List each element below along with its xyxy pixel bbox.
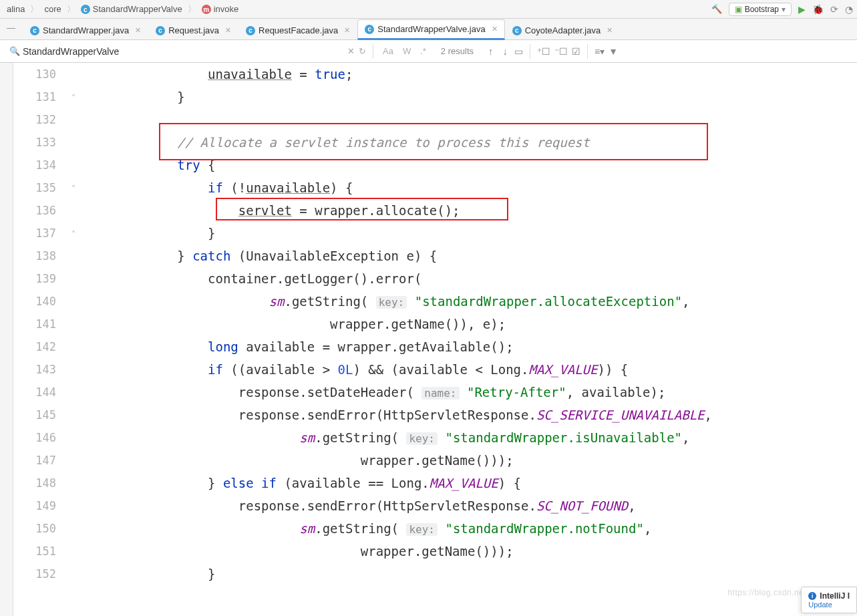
line-number: 134	[13, 154, 67, 176]
class-icon: c	[156, 26, 165, 35]
breadcrumb-item[interactable]: core	[41, 3, 63, 15]
close-icon[interactable]: ✕	[135, 26, 141, 35]
line-number: 150	[13, 517, 67, 540]
regex-toggle[interactable]: .*	[417, 45, 429, 57]
line-number: 140	[13, 290, 67, 313]
collapse-icon[interactable]: —	[7, 23, 15, 33]
coverage-icon[interactable]: ⟳	[830, 4, 838, 15]
profile-icon[interactable]: ◔	[845, 4, 853, 15]
tab-standardwrapper[interactable]: cStandardWrapper.java✕	[23, 21, 148, 39]
class-icon: c	[512, 26, 522, 35]
breadcrumb: alina 〉 core 〉 cStandardWrapperValve 〉 m…	[4, 3, 241, 16]
class-icon: c	[81, 5, 90, 14]
line-number: 151	[13, 540, 67, 563]
chevron-right-icon: 〉	[188, 3, 196, 15]
line-number: 131	[13, 86, 67, 108]
clear-icon[interactable]: ✕	[347, 46, 355, 56]
filter-icon[interactable]: ≡▾	[594, 46, 605, 57]
close-icon[interactable]: ✕	[225, 26, 231, 35]
breadcrumb-item[interactable]: minvoke	[199, 3, 242, 16]
close-icon[interactable]: ✕	[607, 26, 613, 35]
class-icon: c	[246, 26, 255, 35]
line-number: 132	[13, 108, 67, 131]
line-number: 148	[13, 472, 67, 494]
next-match-icon[interactable]: ↓	[500, 45, 511, 57]
line-number: 144	[13, 381, 67, 404]
run-config-label: Bootstrap	[745, 5, 779, 14]
tab-request[interactable]: cRequest.java✕	[148, 21, 238, 39]
info-icon: i	[808, 592, 816, 600]
add-selection-icon[interactable]: ⁺☐	[537, 46, 550, 57]
find-bar: 🔍 ✕ ↻ Aa W .* 2 results ↑ ↓ ▭ ⁺☐ ⁻☐ ☑ ≡▾…	[0, 40, 857, 63]
line-number: 136	[13, 199, 67, 222]
code-editor[interactable]: 130 unavailable = true; 131⌃ } 132 133 /…	[13, 63, 857, 616]
structure-sidebar[interactable]: xcep mpl ter Stre utSt pal r er ndle ner…	[0, 63, 13, 616]
remove-selection-icon[interactable]: ⁻☐	[554, 46, 568, 57]
method-icon: m	[202, 5, 211, 14]
line-number: 135	[13, 176, 67, 199]
line-number: 133	[13, 131, 67, 154]
debug-icon[interactable]: 🐞	[812, 4, 824, 15]
line-number: 146	[13, 426, 67, 449]
chevron-down-icon: ▾	[782, 5, 786, 14]
history-icon[interactable]: ↻	[359, 46, 366, 56]
line-number: 147	[13, 449, 67, 472]
line-number: 138	[13, 245, 67, 267]
param-hint: key:	[406, 432, 438, 445]
chevron-right-icon: 〉	[30, 3, 39, 15]
close-icon[interactable]: ✕	[492, 25, 498, 33]
fold-marker-icon[interactable]: ⌃	[67, 86, 80, 108]
class-icon: c	[365, 25, 374, 34]
line-number: 143	[13, 358, 67, 381]
fold-marker-icon[interactable]: ⌃	[67, 222, 80, 245]
line-number: 152	[13, 563, 67, 585]
search-input[interactable]	[23, 46, 343, 57]
fold-marker-icon[interactable]: ⌃	[67, 176, 80, 199]
tab-standardwrappervalve[interactable]: cStandardWrapperValve.java✕	[357, 19, 504, 40]
select-all-icon[interactable]: ▭	[514, 46, 523, 57]
tab-coyoteadapter[interactable]: cCoyoteAdapter.java✕	[505, 21, 620, 39]
line-number: 130	[13, 63, 67, 86]
param-hint: key:	[406, 523, 438, 536]
results-count: 2 results	[441, 46, 474, 56]
param-hint: name:	[421, 387, 459, 400]
build-icon[interactable]: 🔨	[711, 4, 722, 14]
prev-match-icon[interactable]: ↑	[486, 45, 496, 57]
whole-words-toggle[interactable]: W	[400, 45, 413, 57]
update-link[interactable]: Update	[808, 601, 850, 609]
app-icon: ▣	[735, 5, 742, 14]
line-number: 139	[13, 267, 67, 290]
editor-tabs: cStandardWrapper.java✕ cRequest.java✕ cR…	[0, 19, 857, 40]
run-config-selector[interactable]: ▣ Bootstrap ▾	[729, 3, 792, 16]
line-number: 149	[13, 494, 67, 517]
funnel-icon[interactable]: ▼	[609, 46, 618, 57]
param-hint: key:	[376, 296, 407, 309]
class-icon: c	[30, 26, 39, 35]
chevron-right-icon: 〉	[67, 3, 75, 15]
search-icon[interactable]: 🔍	[9, 46, 20, 56]
select-occurrences-icon[interactable]: ☑	[572, 46, 580, 57]
run-icon[interactable]: ▶	[798, 4, 806, 15]
breadcrumb-item[interactable]: cStandardWrapperValve	[78, 3, 185, 16]
match-case-toggle[interactable]: Aa	[380, 45, 396, 57]
line-number: 141	[13, 313, 67, 335]
notification-popup[interactable]: iIntelliJ I Update	[801, 587, 857, 613]
close-icon[interactable]: ✕	[344, 26, 350, 35]
tab-requestfacade[interactable]: cRequestFacade.java✕	[238, 21, 357, 39]
line-number: 145	[13, 404, 67, 426]
breadcrumb-item[interactable]: alina	[4, 3, 27, 15]
line-number: 142	[13, 335, 67, 358]
line-number: 137	[13, 222, 67, 245]
